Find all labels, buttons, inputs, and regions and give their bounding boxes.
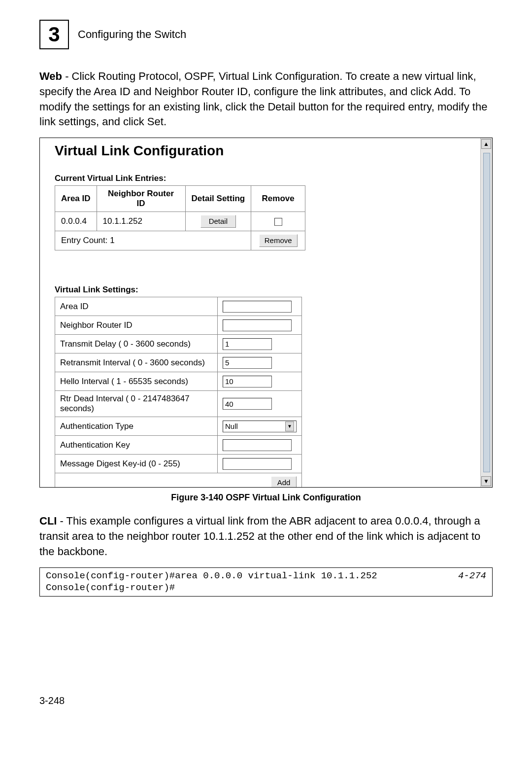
table-row: 0.0.0.4 10.1.1.252 Detail [55, 212, 305, 231]
input-neighbor-router-id[interactable] [223, 319, 292, 331]
cell-detail: Detail [185, 212, 251, 231]
settings-row: Area ID [55, 297, 302, 316]
label-retransmit-interval: Retransmit Interval ( 0 - 3600 seconds) [55, 353, 218, 372]
label-hello-interval: Hello Interval ( 1 - 65535 seconds) [55, 372, 218, 391]
select-auth-type-value: Null [225, 422, 238, 430]
col-remove: Remove [251, 186, 305, 212]
col-neighbor-router-id: Neighbor Router ID [97, 186, 185, 212]
settings-row: Rtr Dead Interval ( 0 - 2147483647 secon… [55, 391, 302, 417]
screenshot-container: ▲ ▼ Virtual Link Configuration Current V… [39, 138, 493, 488]
scrollbar[interactable]: ▲ ▼ [480, 138, 492, 487]
scroll-thumb[interactable] [483, 153, 490, 472]
web-label-bold: Web [39, 70, 62, 82]
entry-count: Entry Count: 1 [55, 231, 251, 250]
input-auth-key[interactable] [223, 439, 292, 451]
label-auth-type: Authentication Type [55, 417, 218, 436]
label-auth-key: Authentication Key [55, 436, 218, 455]
settings-table: Area ID Neighbor Router ID Transmit Dela… [55, 297, 302, 488]
cli-intro-text: - This example configures a virtual link… [39, 515, 480, 558]
cell-area-id: 0.0.0.4 [55, 212, 97, 231]
cli-intro-paragraph: CLI - This example configures a virtual … [39, 514, 493, 559]
chevron-down-icon[interactable]: ▼ [285, 422, 294, 431]
web-intro-paragraph: Web - Click Routing Protocol, OSPF, Virt… [39, 69, 493, 130]
settings-row: Retransmit Interval ( 0 - 3600 seconds) [55, 353, 302, 372]
label-neighbor-router-id: Neighbor Router ID [55, 316, 218, 335]
add-row: Add [55, 473, 302, 488]
chapter-number-box: 3 [39, 20, 69, 49]
scroll-down-icon[interactable]: ▼ [481, 476, 491, 486]
cli-label-bold: CLI [39, 515, 57, 527]
document-page: 3 Configuring the Switch Web - Click Rou… [0, 0, 532, 736]
add-button[interactable]: Add [271, 476, 297, 488]
scroll-up-icon[interactable]: ▲ [481, 139, 491, 149]
web-intro-text: - Click Routing Protocol, OSPF, Virtual … [39, 70, 487, 128]
settings-row: Hello Interval ( 1 - 65535 seconds) [55, 372, 302, 391]
input-hello-interval[interactable] [223, 376, 272, 387]
detail-button[interactable]: Detail [200, 215, 236, 228]
col-detail-setting: Detail Setting [185, 186, 251, 212]
settings-row: Message Digest Key-id (0 - 255) [55, 455, 302, 473]
label-area-id: Area ID [55, 297, 218, 316]
page-header: 3 Configuring the Switch [39, 20, 493, 49]
remove-button[interactable]: Remove [259, 234, 298, 247]
page-number: 3-248 [39, 695, 493, 706]
cli-page-ref: 4-274 [458, 570, 486, 594]
col-area-id: Area ID [55, 186, 97, 212]
label-transmit-delay: Transmit Delay ( 0 - 3600 seconds) [55, 335, 218, 353]
page-title: Virtual Link Configuration [55, 143, 487, 159]
table-footer-row: Entry Count: 1 Remove [55, 231, 305, 250]
cell-neighbor: 10.1.1.252 [97, 212, 185, 231]
cell-remove-btn: Remove [251, 231, 305, 250]
settings-row: Transmit Delay ( 0 - 3600 seconds) [55, 335, 302, 353]
label-md-key-id: Message Digest Key-id (0 - 255) [55, 455, 218, 473]
chapter-title: Configuring the Switch [78, 28, 186, 41]
input-transmit-delay[interactable] [223, 338, 272, 350]
screenshot-content: Virtual Link Configuration Current Virtu… [40, 138, 492, 488]
cli-commands: Console(config-router)#area 0.0.0.0 virt… [46, 570, 377, 594]
table-header-row: Area ID Neighbor Router ID Detail Settin… [55, 186, 305, 212]
label-rtr-dead-interval: Rtr Dead Interval ( 0 - 2147483647 secon… [55, 391, 218, 417]
input-md-key-id[interactable] [223, 458, 292, 470]
cli-example-box: Console(config-router)#area 0.0.0.0 virt… [39, 567, 493, 597]
settings-section-label: Virtual Link Settings: [55, 285, 487, 295]
figure-caption: Figure 3-140 OSPF Virtual Link Configura… [39, 493, 493, 503]
select-auth-type[interactable]: Null ▼ [223, 421, 297, 432]
settings-row: Authentication Type Null ▼ [55, 417, 302, 436]
settings-row: Neighbor Router ID [55, 316, 302, 335]
settings-row: Authentication Key [55, 436, 302, 455]
input-area-id[interactable] [223, 301, 292, 313]
cell-remove-check [251, 212, 305, 231]
input-rtr-dead-interval[interactable] [223, 398, 272, 410]
entries-table: Area ID Neighbor Router ID Detail Settin… [55, 185, 305, 250]
entries-section-label: Current Virtual Link Entries: [55, 174, 487, 183]
remove-checkbox[interactable] [274, 218, 282, 226]
input-retransmit-interval[interactable] [223, 357, 272, 369]
